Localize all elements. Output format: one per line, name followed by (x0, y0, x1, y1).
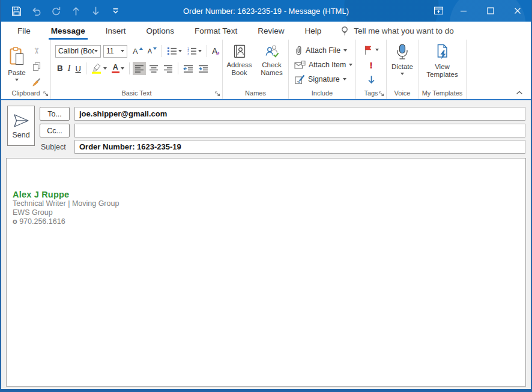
arrow-down-icon (91, 6, 101, 16)
decrease-indent-button[interactable] (181, 62, 195, 75)
customize-qat-button[interactable] (110, 5, 121, 16)
send-button[interactable]: Send (7, 106, 35, 146)
high-importance-icon: ! (370, 61, 373, 70)
save-icon (11, 6, 22, 16)
numbering-caret (198, 50, 202, 52)
high-importance-button[interactable]: ! (368, 58, 375, 71)
bold-button[interactable]: B (55, 62, 65, 75)
low-importance-button[interactable] (365, 73, 378, 86)
font-name-combo[interactable]: Calibri (Boc (55, 45, 101, 58)
align-center-icon (149, 65, 159, 73)
collapse-ribbon-button[interactable] (516, 91, 523, 95)
grow-font-icon: A (133, 47, 138, 55)
close-button[interactable] (504, 0, 531, 22)
check-names-button[interactable]: CheckNames (256, 40, 288, 87)
address-book-button[interactable]: AddressBook (224, 40, 255, 87)
my-templates-group-label: My Templates (419, 89, 466, 97)
eraser-icon (214, 51, 220, 56)
to-field[interactable] (74, 107, 525, 121)
attach-item-icon (294, 61, 306, 70)
align-left-icon (135, 65, 144, 73)
signature-role: Technical Writer | Moving Group (13, 199, 119, 208)
attach-file-label: Attach File (306, 46, 340, 55)
save-button[interactable] (11, 5, 22, 16)
copy-button[interactable] (30, 60, 43, 73)
numbering-button[interactable]: 123 (185, 44, 204, 58)
address-book-label-2: Book (231, 69, 247, 76)
undo-button[interactable] (31, 5, 41, 16)
cc-field[interactable] (74, 124, 525, 137)
dialog-launcher-icon (215, 91, 220, 97)
tab-insert[interactable]: Insert (98, 22, 133, 40)
email-signature: Alex J Ruppe Technical Writer | Moving G… (13, 190, 119, 226)
highlight-button[interactable] (89, 62, 109, 75)
signature-phone-number: 970.256.1616 (19, 217, 65, 226)
tab-options[interactable]: Options (139, 22, 182, 40)
address-book-label-1: Address (226, 61, 252, 68)
underline-button[interactable]: U (73, 62, 82, 75)
italic-button[interactable]: I (66, 62, 73, 75)
font-color-button[interactable]: A (110, 62, 126, 75)
attach-file-button[interactable]: Attach File (289, 43, 355, 58)
align-right-button[interactable] (162, 62, 175, 75)
to-button[interactable]: To... (40, 107, 70, 121)
align-right-icon (163, 65, 173, 73)
font-color-caret (121, 67, 124, 70)
cut-button[interactable]: ✂ (31, 44, 42, 58)
tab-message[interactable]: Message (44, 22, 92, 40)
check-names-icon (265, 44, 279, 58)
flag-caret (375, 49, 379, 51)
shrink-font-button[interactable]: A (146, 44, 159, 58)
scissors-icon: ✂ (32, 47, 40, 55)
close-icon (513, 6, 522, 16)
low-importance-icon (367, 75, 376, 85)
grow-font-button[interactable]: A (131, 44, 145, 58)
decrease-indent-icon (183, 65, 193, 73)
clear-formatting-button[interactable]: A (210, 44, 219, 58)
paste-button[interactable]: Paste (6, 43, 28, 89)
redo-button[interactable] (50, 5, 61, 16)
subject-field[interactable] (74, 140, 525, 154)
basic-text-dialog-launcher[interactable] (215, 91, 220, 97)
signature-button[interactable]: Signature (289, 72, 355, 86)
move-down-button[interactable] (90, 5, 101, 16)
font-size-combo[interactable]: 11 (103, 45, 127, 58)
message-body[interactable]: Alex J Ruppe Technical Writer | Moving G… (6, 158, 526, 387)
tab-help[interactable]: Help (297, 22, 328, 40)
send-plane-icon (12, 112, 30, 129)
cc-button[interactable]: Cc... (40, 124, 70, 137)
group-my-templates: ViewTemplates My Templates (419, 40, 467, 99)
align-center-button[interactable] (147, 62, 160, 75)
clipboard-dialog-launcher[interactable] (43, 91, 49, 97)
subject-label: Subject (40, 143, 70, 151)
shrink-font-icon: A (148, 48, 152, 55)
increase-indent-button[interactable] (196, 62, 210, 75)
include-group-label: Include (289, 89, 355, 97)
dictate-button[interactable]: Dictate (387, 40, 418, 86)
tags-dialog-launcher[interactable] (379, 91, 384, 97)
paste-dropdown-caret (15, 79, 19, 81)
minimize-button[interactable] (450, 0, 477, 22)
tell-me-box[interactable]: Tell me what you want to do (340, 22, 454, 40)
format-painter-button[interactable] (29, 76, 43, 89)
move-up-button[interactable] (70, 5, 81, 16)
maximize-button[interactable] (477, 0, 504, 22)
attach-item-label: Attach Item (309, 61, 346, 69)
align-left-button[interactable] (133, 62, 146, 75)
dictate-caret (401, 73, 404, 75)
group-tags: ! Tags (356, 40, 387, 99)
attach-item-button[interactable]: Attach Item (289, 58, 355, 72)
highlight-icon (91, 63, 102, 74)
bullets-button[interactable] (165, 44, 184, 58)
redo-icon (51, 6, 61, 16)
ribbon-display-options-button[interactable] (427, 0, 450, 22)
window-title: Order Number: 1623-235-19 - Message (HTM… (183, 7, 349, 16)
tab-format-text[interactable]: Format Text (187, 22, 244, 40)
follow-up-flag-button[interactable] (361, 43, 381, 56)
titlebar: Order Number: 1623-235-19 - Message (HTM… (1, 0, 531, 22)
tab-review[interactable]: Review (250, 22, 291, 40)
tab-file[interactable]: File (10, 22, 38, 40)
view-templates-button[interactable]: ViewTemplates (419, 40, 466, 86)
bullets-icon (167, 47, 177, 55)
font-name-caret (94, 50, 98, 52)
